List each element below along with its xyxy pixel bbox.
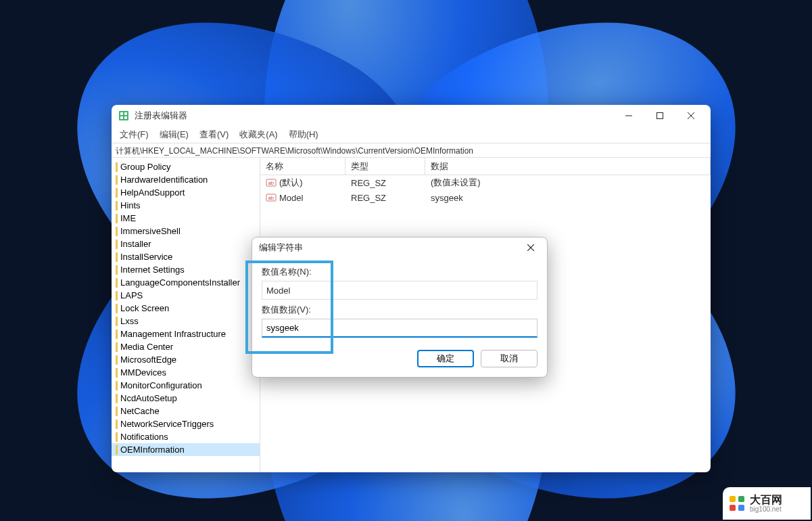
svg-rect-2 [124, 112, 127, 115]
cancel-button[interactable]: 取消 [481, 350, 538, 367]
value-name-input[interactable] [262, 281, 538, 300]
svg-rect-18 [738, 505, 744, 511]
menu-favorites[interactable]: 收藏夹(A) [234, 127, 283, 142]
tree-item-label: Hints [120, 200, 141, 210]
tree-item-label: Media Center [120, 342, 173, 352]
dialog-title-text: 编辑字符串 [259, 242, 303, 254]
value-data-label: 数值数据(V): [262, 304, 538, 316]
tree-item[interactable]: InstallService [112, 250, 260, 263]
menubar: 文件(F) 编辑(E) 查看(V) 收藏夹(A) 帮助(H) [112, 127, 711, 143]
tree-item[interactable]: MonitorConfiguration [112, 379, 260, 392]
tree-item[interactable]: NetworkServiceTriggers [112, 417, 260, 430]
svg-rect-16 [738, 496, 744, 502]
tree-item[interactable]: Lock Screen [112, 302, 260, 315]
tree-item-label: LAPS [120, 290, 143, 300]
tree-item-label: Internet Settings [120, 265, 185, 275]
tree-item-label: HelpAndSupport [120, 187, 185, 198]
string-value-icon: ab [266, 192, 277, 203]
titlebar[interactable]: 注册表编辑器 [112, 105, 711, 127]
tree-item[interactable]: Group Policy [112, 160, 260, 173]
tree-item-label: Lock Screen [120, 303, 169, 313]
value-name-label: 数值名称(N): [262, 266, 538, 278]
menu-view[interactable]: 查看(V) [194, 127, 234, 142]
tree-item-label: ImmersiveShell [120, 226, 181, 236]
tree-item[interactable]: Notifications [112, 430, 260, 443]
col-header-type[interactable]: 类型 [345, 158, 425, 175]
tree-item[interactable]: NcdAutoSetup [112, 392, 260, 405]
tree-item[interactable]: HelpAndSupport [112, 186, 260, 199]
tree-item-label: MMDevices [120, 367, 166, 378]
close-button[interactable] [675, 105, 707, 127]
value-type: REG_SZ [345, 192, 425, 204]
tree-item-label: Notifications [120, 432, 168, 442]
window-title: 注册表编辑器 [135, 110, 187, 122]
value-data: (数值未设置) [425, 176, 711, 189]
watermark-domain: big100.net [750, 505, 782, 513]
minimize-button[interactable] [613, 105, 644, 127]
tree-item[interactable]: Lxss [112, 315, 260, 327]
value-type: REG_SZ [345, 177, 425, 189]
value-data-input[interactable] [262, 319, 538, 338]
svg-rect-1 [120, 112, 123, 115]
svg-text:ab: ab [268, 181, 274, 185]
tree-item[interactable]: Hints [112, 199, 260, 212]
maximize-button[interactable] [644, 105, 675, 127]
menu-file[interactable]: 文件(F) [114, 127, 154, 142]
tree-item[interactable]: MMDevices [112, 366, 260, 379]
tree-item[interactable]: Installer [112, 237, 260, 250]
menu-help[interactable]: 帮助(H) [283, 127, 324, 142]
ok-button[interactable]: 确定 [417, 350, 474, 367]
tree-item-label: HardwareIdentification [120, 175, 208, 185]
tree-item-label: MonitorConfiguration [120, 380, 202, 390]
tree-item[interactable]: LAPS [112, 289, 260, 302]
tree-item[interactable]: NetCache [112, 405, 260, 417]
value-row[interactable]: ab(默认)REG_SZ(数值未设置) [260, 175, 711, 190]
value-row[interactable]: abModelREG_SZsysgeek [260, 190, 711, 205]
tree-item-label: Group Policy [120, 162, 170, 172]
regedit-app-icon [118, 110, 129, 121]
tree-item[interactable]: ImmersiveShell [112, 225, 260, 237]
tree-item-label: NcdAutoSetup [120, 393, 177, 403]
tree-item-label: Installer [120, 239, 151, 249]
tree-item[interactable]: Media Center [112, 340, 260, 353]
svg-text:ab: ab [268, 196, 274, 200]
tree-item[interactable]: LanguageComponentsInstaller [112, 276, 260, 289]
tree-item-label: OEMInformation [120, 445, 185, 455]
watermark-logo-icon [728, 495, 746, 512]
watermark-brand: 大百网 [750, 494, 782, 506]
tree-item-label: IME [120, 213, 136, 223]
value-name: (默认) [279, 177, 303, 189]
dialog-close-button[interactable] [521, 238, 540, 257]
svg-rect-15 [730, 496, 736, 502]
tree-item[interactable]: Management Infrastructure [112, 327, 260, 340]
svg-rect-6 [657, 113, 663, 119]
tree-item-label: NetworkServiceTriggers [120, 419, 214, 429]
edit-string-dialog: 编辑字符串 数值名称(N): 数值数据(V): 确定 取消 [252, 237, 548, 378]
tree-item[interactable]: Internet Settings [112, 263, 260, 276]
tree-item[interactable]: OEMInformation [112, 443, 260, 456]
value-name: Model [279, 193, 303, 203]
address-bar[interactable]: 计算机\HKEY_LOCAL_MACHINE\SOFTWARE\Microsof… [112, 143, 711, 158]
tree-item-label: NetCache [120, 406, 160, 416]
registry-tree[interactable]: Group PolicyHardwareIdentificationHelpAn… [112, 158, 260, 472]
svg-rect-4 [124, 116, 127, 119]
menu-edit[interactable]: 编辑(E) [154, 127, 194, 142]
svg-rect-3 [120, 116, 123, 119]
tree-item[interactable]: MicrosoftEdge [112, 353, 260, 366]
tree-item-label: Management Infrastructure [120, 329, 226, 339]
string-value-icon: ab [266, 177, 277, 188]
tree-item[interactable]: IME [112, 212, 260, 225]
dialog-titlebar[interactable]: 编辑字符串 [252, 237, 547, 258]
col-header-name[interactable]: 名称 [260, 158, 345, 175]
tree-item-label: MicrosoftEdge [120, 355, 176, 365]
tree-item-label: Lxss [120, 316, 139, 326]
values-header[interactable]: 名称 类型 数据 [260, 158, 711, 175]
watermark: 大百网 big100.net [723, 487, 811, 520]
tree-item-label: LanguageComponentsInstaller [120, 277, 240, 288]
svg-rect-17 [730, 505, 736, 511]
tree-item-label: InstallService [120, 252, 172, 262]
value-data: sysgeek [425, 192, 711, 204]
col-header-data[interactable]: 数据 [425, 158, 711, 175]
tree-item[interactable]: HardwareIdentification [112, 173, 260, 186]
